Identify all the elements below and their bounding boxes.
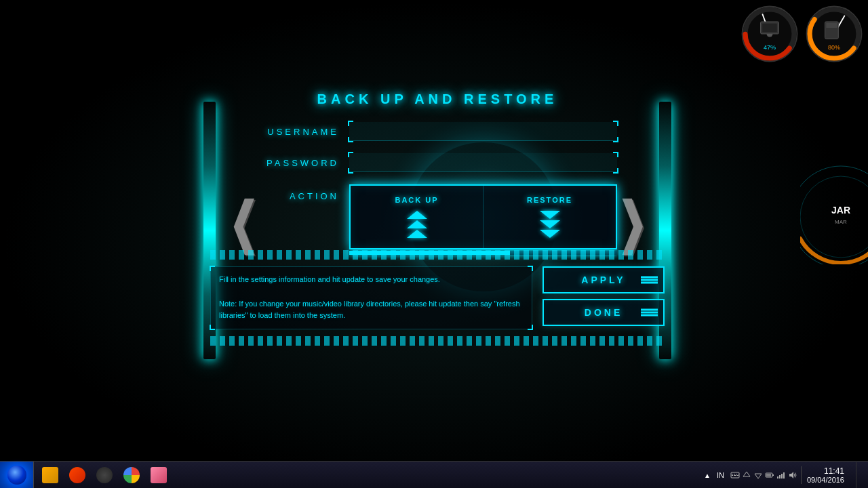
bracket-br bbox=[613, 137, 618, 142]
paint-icon bbox=[151, 467, 167, 483]
clock-time: 11:41 bbox=[807, 466, 844, 476]
circle-icon bbox=[96, 467, 113, 483]
speedometer-right: 80% bbox=[804, 3, 865, 64]
start-button[interactable] bbox=[0, 462, 34, 489]
taskbar-item-circle[interactable] bbox=[92, 464, 117, 487]
info-box: Fill in the settings information and hit… bbox=[210, 266, 532, 329]
svg-rect-34 bbox=[766, 474, 771, 476]
right-action-buttons: APPLY DONE bbox=[542, 266, 665, 326]
svg-rect-37 bbox=[781, 474, 783, 479]
chevron-down-3 bbox=[540, 230, 560, 238]
password-input[interactable] bbox=[349, 153, 617, 172]
svg-text:MAR: MAR bbox=[835, 219, 847, 225]
bottom-section: Fill in the settings information and hit… bbox=[210, 250, 665, 346]
system-tray: ▲ IN bbox=[698, 462, 868, 488]
bracket-tl bbox=[348, 121, 353, 126]
volume-icon bbox=[788, 470, 797, 480]
info-text-line1: Fill in the settings information and hit… bbox=[219, 274, 524, 286]
info-bracket-tr bbox=[528, 266, 533, 271]
username-input-wrapper bbox=[349, 122, 617, 141]
svg-marker-31 bbox=[755, 474, 762, 479]
svg-point-17 bbox=[800, 176, 868, 258]
username-row: USERNAME bbox=[258, 122, 617, 141]
bracket-bl bbox=[348, 168, 353, 174]
svg-text:JAR: JAR bbox=[831, 205, 850, 216]
chevron-down-2 bbox=[540, 220, 560, 228]
svg-rect-25 bbox=[736, 474, 737, 474]
bracket-br bbox=[613, 168, 618, 174]
chrome-icon bbox=[123, 467, 140, 483]
right-dial-widget: JAR MAR bbox=[800, 156, 868, 264]
bottom-stripe bbox=[210, 336, 665, 346]
svg-rect-33 bbox=[772, 474, 774, 476]
taskbar-item-folder[interactable] bbox=[37, 464, 63, 487]
speedometer-left: 47% bbox=[739, 3, 800, 64]
username-input[interactable] bbox=[349, 122, 617, 141]
info-bracket-br bbox=[528, 325, 533, 330]
show-desktop-btn[interactable] bbox=[856, 462, 863, 488]
info-bracket-bl bbox=[210, 325, 215, 330]
svg-rect-36 bbox=[779, 475, 781, 479]
svg-point-18 bbox=[800, 171, 868, 263]
backup-chevrons bbox=[357, 211, 476, 238]
taskbar-item-media[interactable] bbox=[64, 464, 90, 487]
action-btns-box: BACK UP RESTORE bbox=[349, 184, 617, 249]
action-row: ACTION BACK UP RESTOR bbox=[258, 184, 617, 249]
signal-icon bbox=[776, 470, 786, 480]
password-label: PASSWORD bbox=[258, 158, 339, 168]
username-label: USERNAME bbox=[258, 127, 339, 137]
done-button[interactable]: DONE bbox=[542, 299, 665, 326]
action-buttons-container: BACK UP RESTORE bbox=[349, 184, 617, 249]
info-text-line2: Note: If you change your music/video lib… bbox=[219, 298, 524, 322]
media-icon bbox=[69, 467, 85, 483]
taskbar: ▲ IN bbox=[0, 461, 868, 488]
folder-icon bbox=[42, 467, 58, 483]
svg-rect-15 bbox=[826, 23, 837, 28]
right-arrow[interactable]: ❯ bbox=[618, 197, 645, 251]
taskbar-item-paint[interactable] bbox=[146, 464, 172, 487]
backup-button[interactable]: BACK UP bbox=[351, 186, 484, 248]
backup-restore-dialog: ❮ ❯ BACK UP AND RESTORE USERNAME PASSWOR… bbox=[190, 81, 685, 386]
form-area: USERNAME PASSWORD bbox=[258, 122, 617, 249]
apply-button[interactable]: APPLY bbox=[542, 266, 665, 293]
svg-rect-28 bbox=[734, 475, 736, 476]
bracket-tr bbox=[613, 152, 618, 157]
top-stripe bbox=[210, 250, 665, 260]
tray-language: IN bbox=[714, 471, 727, 479]
chevron-up-3 bbox=[407, 230, 427, 238]
taskbar-item-chrome[interactable] bbox=[119, 464, 144, 487]
restore-chevrons bbox=[490, 211, 609, 238]
dialog-title: BACK UP AND RESTORE bbox=[317, 92, 558, 107]
restore-button[interactable]: RESTORE bbox=[484, 186, 616, 248]
network-down-icon bbox=[753, 470, 763, 480]
bracket-tl bbox=[348, 152, 353, 157]
svg-rect-23 bbox=[732, 474, 733, 474]
svg-marker-30 bbox=[743, 472, 750, 476]
info-bracket-tl bbox=[210, 266, 215, 271]
clock-date: 09/04/2016 bbox=[807, 476, 844, 484]
clock-area[interactable]: 11:41 09/04/2016 bbox=[801, 466, 850, 484]
svg-marker-39 bbox=[789, 472, 793, 479]
bottom-content: Fill in the settings information and hit… bbox=[210, 260, 665, 336]
desktop: 47% 80% bbox=[0, 0, 868, 488]
network-up-icon bbox=[742, 470, 751, 480]
password-row: PASSWORD bbox=[258, 153, 617, 172]
keyboard-icon bbox=[730, 470, 740, 480]
svg-rect-26 bbox=[738, 474, 738, 474]
left-arrow[interactable]: ❮ bbox=[229, 197, 256, 251]
battery-icon bbox=[765, 470, 774, 480]
svg-rect-24 bbox=[734, 474, 735, 474]
bracket-bl bbox=[348, 137, 353, 142]
svg-rect-7 bbox=[762, 24, 777, 33]
show-hidden-btn[interactable]: ▲ bbox=[704, 472, 711, 479]
chevron-down-1 bbox=[540, 211, 560, 219]
svg-text:47%: 47% bbox=[764, 44, 776, 51]
chevron-up-2 bbox=[407, 220, 427, 228]
svg-rect-35 bbox=[777, 476, 778, 479]
svg-point-19 bbox=[807, 183, 868, 251]
chevron-up-1 bbox=[407, 211, 427, 219]
password-input-wrapper bbox=[349, 153, 617, 172]
taskbar-items bbox=[34, 462, 175, 489]
svg-text:80%: 80% bbox=[828, 44, 840, 51]
action-label: ACTION bbox=[258, 184, 339, 201]
